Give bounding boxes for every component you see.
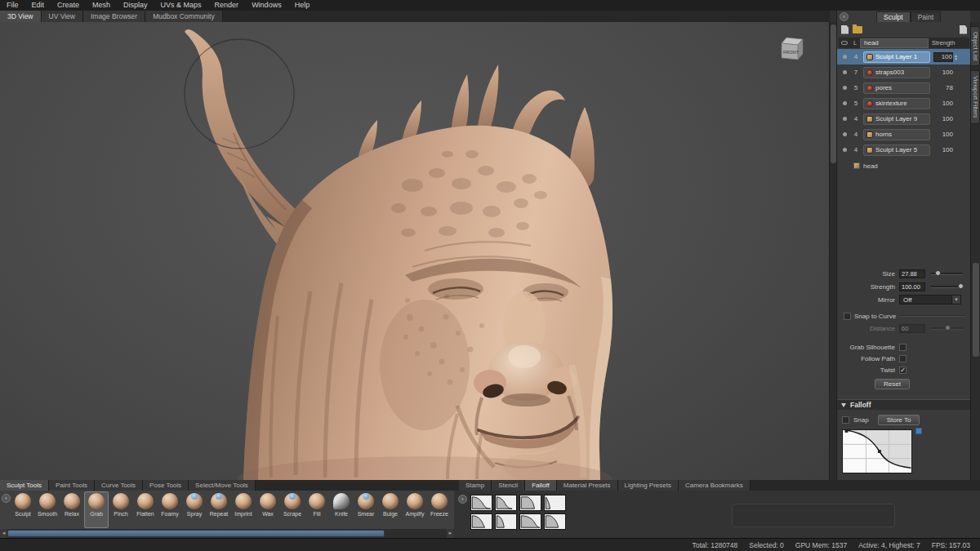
- snap-to-curve-checkbox[interactable]: [844, 313, 851, 320]
- layers-mode-tab[interactable]: Sculpt: [876, 11, 911, 22]
- twist-checkbox[interactable]: ✓: [899, 367, 906, 374]
- layer-strength-value[interactable]: 100: [933, 115, 953, 122]
- layer-row[interactable]: 4 Sculpt Layer 9 100 ▲▼: [837, 111, 971, 127]
- sculpt-tool-item[interactable]: Scrape: [280, 491, 305, 528]
- side-panel-tab[interactable]: Viewport Filters: [971, 70, 980, 124]
- menu-item[interactable]: Windows: [245, 0, 288, 11]
- sculpt-tool-item[interactable]: Spray: [182, 491, 207, 528]
- sculpt-tool-item[interactable]: Fill: [305, 491, 329, 528]
- follow-path-checkbox[interactable]: [899, 355, 906, 362]
- falloff-curve-editor[interactable]: [842, 429, 912, 473]
- falloff-section-header[interactable]: Falloff: [837, 399, 971, 410]
- size-slider[interactable]: [930, 273, 963, 275]
- view-cube[interactable]: FRONT: [778, 33, 808, 63]
- layer-visibility-dot[interactable]: [843, 101, 847, 105]
- sculpt-tool-item[interactable]: Repeat: [207, 491, 231, 528]
- tool-category-tab[interactable]: Curve Tools: [95, 480, 143, 491]
- layer-strength-value[interactable]: 100: [933, 146, 953, 153]
- falloff-preset-tile[interactable]: [544, 513, 566, 530]
- sculpt-tool-item[interactable]: Foamy: [158, 491, 182, 528]
- sculpt-tool-item[interactable]: Imprint: [231, 491, 256, 528]
- layer-strength-value[interactable]: 100: [933, 131, 953, 138]
- tray-scrollbar[interactable]: ◄ ►: [0, 529, 454, 538]
- layer-chip[interactable]: horns: [863, 129, 930, 140]
- menu-item[interactable]: Render: [208, 0, 246, 11]
- 3d-viewport[interactable]: FRONT: [0, 22, 829, 480]
- falloff-preset-tile[interactable]: [470, 495, 492, 511]
- strength-input[interactable]: 100.00: [899, 282, 925, 291]
- menu-item[interactable]: File: [0, 0, 25, 11]
- tool-category-tab[interactable]: Pose Tools: [143, 480, 189, 491]
- layer-row[interactable]: 7 straps003 100 ▲▼: [837, 64, 971, 80]
- sculpt-tool-item[interactable]: Knife: [329, 491, 354, 528]
- layer-visibility-dot[interactable]: [843, 148, 847, 152]
- menu-item[interactable]: Create: [51, 0, 86, 11]
- sculpt-tool-item[interactable]: Amplify: [403, 491, 427, 528]
- sculpt-tool-item[interactable]: Pinch: [109, 491, 133, 528]
- view-tab[interactable]: Image Browser: [83, 11, 145, 22]
- layer-chip[interactable]: Sculpt Layer 5: [863, 144, 930, 156]
- side-panel-tab[interactable]: Object List: [971, 26, 980, 66]
- strength-slider[interactable]: [930, 286, 963, 288]
- falloff-preset-tile[interactable]: [544, 495, 566, 511]
- layer-strength-value[interactable]: 78: [933, 84, 953, 91]
- sculpt-tool-item[interactable]: Smooth: [35, 491, 60, 528]
- curve-save-icon[interactable]: [915, 428, 922, 434]
- layer-row[interactable]: 5 pores 78 ▲▼: [837, 80, 971, 96]
- layer-chip[interactable]: Sculpt Layer 1: [863, 51, 930, 63]
- sculpt-tool-item[interactable]: Wax: [256, 491, 280, 528]
- layer-visibility-dot[interactable]: [843, 117, 847, 121]
- layer-strength-value[interactable]: 100: [933, 69, 953, 76]
- layer-visibility-dot[interactable]: [843, 86, 847, 90]
- preset-tab[interactable]: Stamp: [459, 480, 492, 491]
- view-tab[interactable]: Mudbox Community: [145, 11, 223, 22]
- sculpt-tool-item[interactable]: Smear: [354, 491, 378, 528]
- menu-item[interactable]: Edit: [25, 0, 51, 11]
- sculpt-tool-item[interactable]: Relax: [60, 491, 84, 528]
- tool-category-tab[interactable]: Select/Move Tools: [189, 480, 256, 491]
- scroll-left-icon[interactable]: ◄: [0, 529, 7, 538]
- falloff-preset-tile[interactable]: [519, 513, 541, 530]
- mesh-root-item[interactable]: head: [837, 159, 878, 172]
- grab-silhouette-checkbox[interactable]: [899, 344, 906, 351]
- new-group-icon[interactable]: [853, 26, 862, 33]
- layer-chip[interactable]: pores: [863, 82, 930, 94]
- layer-row[interactable]: 4 Sculpt Layer 1 100 ▲▼: [837, 49, 971, 64]
- layer-visibility-dot[interactable]: [843, 132, 847, 136]
- panel-menu-button[interactable]: ›: [840, 12, 849, 21]
- tool-category-tab[interactable]: Sculpt Tools: [0, 480, 49, 491]
- tray-scrollbar-thumb[interactable]: [7, 530, 385, 537]
- preset-tab[interactable]: Lighting Presets: [618, 480, 679, 491]
- preset-tab[interactable]: Falloff: [525, 480, 557, 491]
- sculpt-tool-item[interactable]: Freeze: [427, 491, 452, 528]
- reset-button[interactable]: Reset: [875, 379, 910, 389]
- menu-item[interactable]: Help: [288, 0, 317, 11]
- falloff-preset-tile[interactable]: [519, 495, 541, 511]
- view-tab[interactable]: UV View: [42, 11, 83, 22]
- strength-spinner[interactable]: ▲▼: [954, 54, 958, 60]
- distance-input[interactable]: 60: [899, 324, 925, 333]
- tray-menu-button[interactable]: ›: [2, 494, 11, 503]
- mirror-dropdown[interactable]: Off ▼: [899, 295, 961, 304]
- layer-options-icon[interactable]: [960, 25, 967, 34]
- sculpt-tool-item[interactable]: Sculpt: [11, 491, 35, 528]
- scroll-right-icon[interactable]: ►: [447, 529, 454, 538]
- falloff-snap-checkbox[interactable]: [842, 416, 849, 424]
- layer-chip[interactable]: Sculpt Layer 9: [863, 113, 930, 125]
- falloff-preset-tile[interactable]: [495, 495, 517, 511]
- layer-visibility-dot[interactable]: [843, 55, 847, 59]
- falloff-preset-tile[interactable]: [470, 513, 492, 530]
- layer-strength-value[interactable]: 100: [933, 52, 953, 62]
- viewport-scrollbar[interactable]: [829, 22, 836, 480]
- layer-name-header[interactable]: head: [860, 38, 929, 48]
- sculpt-tool-item[interactable]: Grab: [84, 491, 109, 528]
- size-input[interactable]: 27.88: [899, 269, 925, 278]
- menu-item[interactable]: UVs & Maps: [154, 0, 208, 11]
- tool-category-tab[interactable]: Paint Tools: [49, 480, 95, 491]
- preset-tab[interactable]: Stencil: [492, 480, 525, 491]
- preset-tab[interactable]: Material Presets: [557, 480, 618, 491]
- store-to-button[interactable]: Store To: [878, 415, 920, 425]
- distance-slider[interactable]: [930, 327, 963, 330]
- preset-tray-menu-button[interactable]: ›: [458, 495, 467, 504]
- menu-item[interactable]: Mesh: [86, 0, 117, 11]
